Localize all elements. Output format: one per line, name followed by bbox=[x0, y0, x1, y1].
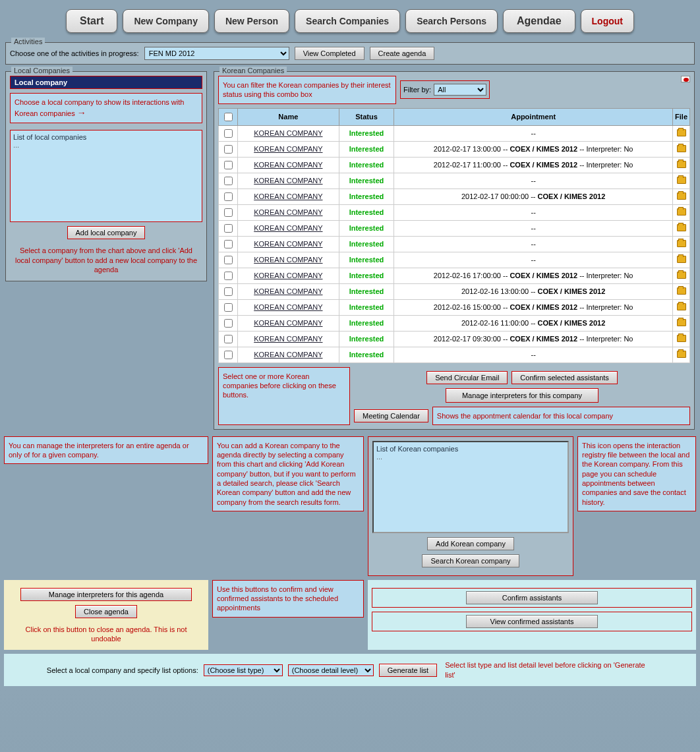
annot-add-korean: You can add a Korean company to the agen… bbox=[212, 436, 364, 511]
annot-choose-local: Choose a local company to show its inter… bbox=[10, 93, 202, 123]
company-name-link[interactable]: KOREAN COMPANY bbox=[238, 268, 339, 283]
company-name-link[interactable]: KOREAN COMPANY bbox=[238, 283, 339, 299]
folder-icon[interactable] bbox=[677, 272, 686, 279]
listbox-dots: ... bbox=[376, 453, 565, 461]
folder-icon[interactable] bbox=[677, 303, 686, 310]
folder-icon[interactable] bbox=[677, 240, 686, 247]
korean-companies-listbox[interactable]: List of Korean companies ... bbox=[372, 441, 569, 533]
view-confirmed-assistants-button[interactable]: View confirmed assistants bbox=[466, 615, 598, 628]
table-row: KOREAN COMPANYInterested2012-02-17 13:00… bbox=[219, 141, 690, 157]
agendae-button[interactable]: Agendae bbox=[503, 9, 575, 33]
status-cell: Interested bbox=[339, 252, 394, 268]
send-circular-email-button[interactable]: Send Circular Email bbox=[426, 371, 508, 384]
table-row: KOREAN COMPANYInterested-- bbox=[219, 252, 690, 268]
company-name-link[interactable]: KOREAN COMPANY bbox=[238, 315, 339, 331]
company-name-link[interactable]: KOREAN COMPANY bbox=[238, 125, 339, 141]
row-checkbox[interactable] bbox=[224, 303, 233, 312]
status-cell: Interested bbox=[339, 236, 394, 252]
logout-button[interactable]: Logout bbox=[581, 9, 634, 33]
company-name-link[interactable]: KOREAN COMPANY bbox=[238, 252, 339, 268]
status-cell: Interested bbox=[339, 315, 394, 331]
table-row: KOREAN COMPANYInterested-- bbox=[219, 347, 690, 362]
search-korean-company-button[interactable]: Search Korean company bbox=[422, 554, 519, 567]
confirm-selected-assistants-button[interactable]: Confirm selected assistants bbox=[511, 371, 618, 384]
folder-icon[interactable] bbox=[677, 177, 686, 184]
annot-add-local: Select a company from the chart above an… bbox=[10, 243, 202, 277]
search-companies-button[interactable]: Search Companies bbox=[295, 9, 400, 33]
company-name-link[interactable]: KOREAN COMPANY bbox=[238, 331, 339, 347]
row-checkbox[interactable] bbox=[224, 240, 233, 248]
company-name-link[interactable]: KOREAN COMPANY bbox=[238, 188, 339, 204]
appointment-cell: 2012-02-16 11:00:00 -- COEX / KIMES 2012 bbox=[394, 315, 673, 331]
appointment-cell: -- bbox=[394, 252, 673, 268]
view-completed-button[interactable]: View Completed bbox=[295, 47, 365, 60]
generate-list-button[interactable]: Generate list bbox=[379, 664, 437, 677]
folder-icon[interactable] bbox=[677, 161, 686, 168]
appointment-cell: 2012-02-16 17:00:00 -- COEX / KIMES 2012… bbox=[394, 268, 673, 283]
folder-icon[interactable] bbox=[677, 208, 686, 216]
company-name-link[interactable]: KOREAN COMPANY bbox=[238, 204, 339, 220]
row-checkbox[interactable] bbox=[224, 287, 233, 296]
folder-icon[interactable] bbox=[677, 319, 686, 326]
annot-file-icon: This icon opens the interaction registry… bbox=[577, 436, 696, 511]
activity-select[interactable]: FEN MD 2012 bbox=[144, 47, 289, 60]
row-checkbox[interactable] bbox=[224, 192, 233, 201]
search-persons-button[interactable]: Search Persons bbox=[405, 9, 498, 33]
folder-icon[interactable] bbox=[677, 351, 686, 358]
table-row: KOREAN COMPANYInterested2012-02-17 09:30… bbox=[219, 331, 690, 347]
local-companies-legend: Local Companies bbox=[11, 67, 73, 74]
add-local-company-button[interactable]: Add local company bbox=[67, 226, 146, 239]
list-type-select[interactable]: (Choose list type) bbox=[204, 664, 283, 676]
company-name-link[interactable]: KOREAN COMPANY bbox=[238, 220, 339, 236]
manage-interpreters-company-button[interactable]: Manage interpreters for this company bbox=[446, 388, 598, 403]
company-name-link[interactable]: KOREAN COMPANY bbox=[238, 141, 339, 157]
select-all-checkbox[interactable] bbox=[224, 113, 233, 121]
row-checkbox[interactable] bbox=[224, 224, 233, 233]
table-row: KOREAN COMPANYInterested2012-02-17 00:00… bbox=[219, 188, 690, 204]
company-name-link[interactable]: KOREAN COMPANY bbox=[238, 173, 339, 188]
row-checkbox[interactable] bbox=[224, 161, 233, 169]
listbox-header: List of local companies bbox=[13, 133, 199, 141]
appointment-cell: -- bbox=[394, 220, 673, 236]
col-status: Status bbox=[339, 108, 394, 125]
folder-icon[interactable] bbox=[677, 145, 686, 152]
appointment-cell: 2012-02-16 15:00:00 -- COEX / KIMES 2012… bbox=[394, 299, 673, 315]
row-checkbox[interactable] bbox=[224, 335, 233, 343]
status-cell: Interested bbox=[339, 125, 394, 141]
close-agenda-button[interactable]: Close agenda bbox=[75, 605, 137, 618]
add-korean-company-button[interactable]: Add Korean company bbox=[427, 537, 514, 550]
row-checkbox[interactable] bbox=[224, 351, 233, 359]
folder-icon[interactable] bbox=[677, 256, 686, 263]
company-name-link[interactable]: KOREAN COMPANY bbox=[238, 236, 339, 252]
status-cell: Interested bbox=[339, 220, 394, 236]
new-company-button[interactable]: New Company bbox=[123, 9, 208, 33]
selected-local-company[interactable]: Local company bbox=[10, 76, 202, 89]
filter-by-select[interactable]: All bbox=[434, 84, 486, 96]
confirm-assistants-button[interactable]: Confirm assistants bbox=[466, 591, 598, 604]
table-row: KOREAN COMPANYInterested-- bbox=[219, 220, 690, 236]
local-companies-listbox[interactable]: List of local companies ... bbox=[10, 130, 202, 222]
folder-icon[interactable] bbox=[677, 287, 686, 295]
row-checkbox[interactable] bbox=[224, 208, 233, 217]
row-checkbox[interactable] bbox=[224, 145, 233, 154]
appointment-cell: 2012-02-17 13:00:00 -- COEX / KIMES 2012… bbox=[394, 141, 673, 157]
detail-level-select[interactable]: (Choose detail level) bbox=[288, 664, 374, 676]
row-checkbox[interactable] bbox=[224, 256, 233, 264]
row-checkbox[interactable] bbox=[224, 319, 233, 328]
company-name-link[interactable]: KOREAN COMPANY bbox=[238, 157, 339, 173]
start-button[interactable]: Start bbox=[66, 9, 117, 33]
row-checkbox[interactable] bbox=[224, 272, 233, 280]
company-name-link[interactable]: KOREAN COMPANY bbox=[238, 347, 339, 362]
row-checkbox[interactable] bbox=[224, 129, 233, 138]
folder-icon[interactable] bbox=[677, 129, 686, 136]
manage-interpreters-agenda-button[interactable]: Manage interpreters for this agenda bbox=[20, 588, 192, 601]
folder-icon[interactable] bbox=[677, 192, 686, 200]
new-person-button[interactable]: New Person bbox=[214, 9, 289, 33]
meeting-calendar-button[interactable]: Meeting Calendar bbox=[354, 409, 428, 422]
annot-close-agenda: Click on this button to close an agenda.… bbox=[8, 622, 204, 647]
row-checkbox[interactable] bbox=[224, 177, 233, 185]
company-name-link[interactable]: KOREAN COMPANY bbox=[238, 299, 339, 315]
folder-icon[interactable] bbox=[677, 224, 686, 231]
create-agenda-button[interactable]: Create agenda bbox=[370, 47, 435, 60]
folder-icon[interactable] bbox=[677, 335, 686, 342]
